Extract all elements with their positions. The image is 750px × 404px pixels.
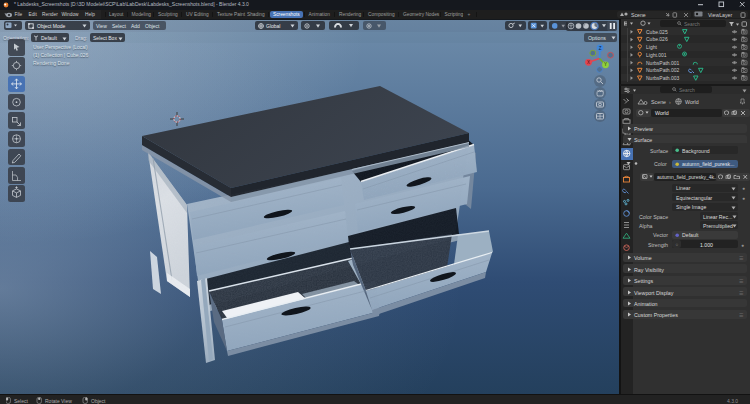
svg-text:NurbsPath.001: NurbsPath.001 [646,59,680,65]
svg-text:NurbsPath.003: NurbsPath.003 [646,74,680,80]
svg-text:Y: Y [604,62,607,67]
svg-text:Cube.025: Cube.025 [646,28,668,34]
svg-text:Z: Z [599,46,602,51]
svg-text:NurbsPath.002: NurbsPath.002 [646,67,680,73]
svg-text:Light: Light [646,44,657,50]
svg-text:Light.001: Light.001 [646,51,667,57]
svg-text:X: X [587,60,590,65]
svg-text:Cube.026: Cube.026 [646,36,668,42]
